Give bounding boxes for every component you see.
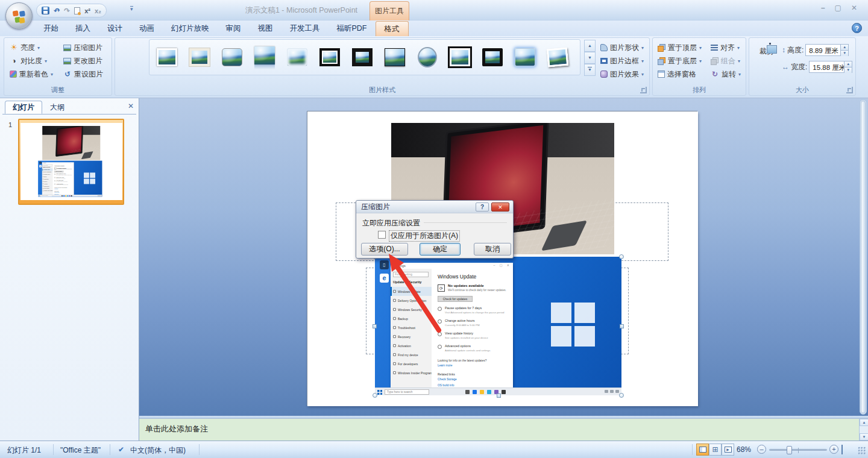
style-moderate-frame-black[interactable] [479, 42, 506, 72]
align-button[interactable]: 对齐▾ [709, 42, 741, 54]
style-reflected-rounded-rectangle[interactable] [251, 42, 278, 72]
ribbon-tab[interactable]: 开发工具 [281, 21, 329, 36]
close-button[interactable]: ✕ [851, 4, 857, 12]
width-input[interactable]: 15.88 厘米 ▲▼ [809, 61, 852, 73]
slideshow-button[interactable]: ▶ [722, 444, 734, 456]
panel-close-icon[interactable]: ✕ [128, 102, 134, 110]
style-rounded-rectangle[interactable] [218, 42, 246, 72]
gallery-scroll-down-button[interactable]: ▼ [584, 52, 596, 64]
style-simple-frame-white[interactable] [153, 42, 181, 72]
zoom-in-button[interactable]: + [829, 445, 838, 454]
gallery-scroll-up-button[interactable]: ▲ [584, 40, 596, 52]
rotate-button[interactable]: ↻旋转▾ [709, 68, 743, 80]
windows-screenshot-picture[interactable]: ▯ e Settings – ▢ ✕ Find a setting Update… [38, 161, 102, 197]
send-to-back-button[interactable]: 置于底层▾ [656, 55, 703, 67]
slide-thumbnail-content[interactable]: ▯ e Settings – ▢ ✕ Find a setting Update… [20, 123, 122, 200]
slide-indicator: 幻灯片 1/1 [7, 445, 41, 456]
windows-screenshot-picture[interactable]: ▯ e Settings – ▢ ✕ Find a setting Update… [375, 257, 621, 395]
subscript-icon: x₂ [95, 7, 101, 14]
explorer-icon [480, 390, 484, 394]
style-beveled-oval[interactable] [414, 42, 441, 72]
bring-to-front-button[interactable]: 置于顶层▾ [656, 42, 703, 54]
change-picture-button[interactable]: 更改图片 [61, 55, 104, 67]
width-stepper[interactable]: ▲▼ [844, 61, 852, 72]
height-stepper[interactable]: ▲▼ [840, 45, 848, 55]
tab-slides[interactable]: 幻灯片 [5, 101, 42, 114]
compress-pictures-button[interactable]: 压缩图片 [61, 42, 104, 54]
laptop-photo[interactable] [42, 126, 100, 160]
customize-qat-button[interactable]: ▾ [130, 6, 133, 12]
style-compound-frame-black[interactable] [446, 42, 474, 72]
notes-scroll-up-button[interactable]: ▲ [860, 419, 868, 426]
picture-effects-button[interactable]: 图片效果▾ [599, 68, 646, 80]
style-soft-edge-glow[interactable] [511, 42, 539, 72]
brightness-button[interactable]: ☀亮度▾ [8, 42, 42, 54]
dialog-title-bar[interactable]: 压缩图片 ? ✕ [356, 201, 513, 213]
style-thick-frame-black[interactable] [348, 42, 376, 72]
style-double-frame-black[interactable] [316, 42, 344, 72]
ribbon-tab[interactable]: 视图 [250, 21, 281, 36]
language-indicator[interactable]: 中文(简体，中国) [130, 445, 186, 456]
ribbon-tab[interactable]: 开始 [35, 21, 67, 36]
gallery-more-button[interactable]: ▼ [584, 64, 596, 76]
ribbon-tab[interactable]: 设计 [99, 21, 131, 36]
ok-button[interactable]: 确定 [420, 243, 461, 256]
zoom-level[interactable]: 68% [737, 445, 751, 454]
resize-grip[interactable] [858, 447, 866, 455]
redo-button[interactable]: ↷ [64, 7, 70, 15]
minimize-button[interactable]: – [821, 4, 825, 12]
style-simple-frame-black[interactable] [381, 42, 409, 72]
vertical-scrollbar[interactable] [860, 99, 867, 415]
ribbon-tab[interactable]: 幻灯片放映 [163, 21, 218, 36]
save-button[interactable] [42, 7, 49, 14]
theme-indicator[interactable]: "Office 主题" [60, 445, 101, 456]
subscript-button[interactable]: x₂ [95, 7, 101, 14]
group-button[interactable]: 组合▾ [709, 55, 742, 67]
recolor-button[interactable]: 重新着色▾ [8, 68, 55, 80]
apply-to-selected-checkbox[interactable] [378, 231, 386, 239]
zoom-slider-thumb[interactable] [787, 446, 792, 454]
ribbon-tab[interactable]: 插入 [67, 21, 99, 36]
height-input[interactable]: 8.89 厘米 ▲▼ [805, 44, 849, 56]
picture-shape-button[interactable]: 图片形状▾ [599, 42, 646, 54]
notes-pane[interactable]: 单击此处添加备注 ▲ ▼ [139, 418, 868, 441]
dialog-help-button[interactable]: ? [476, 202, 489, 212]
settings-window-controls: – ▢ ✕ [69, 163, 74, 164]
style-beveled-matte-white[interactable] [186, 42, 213, 72]
resize-handle-s[interactable] [497, 394, 501, 398]
resize-handle-ne[interactable] [619, 254, 624, 259]
resize-handle-w[interactable] [373, 324, 377, 328]
selection-pane-button[interactable]: 选择窗格 [656, 68, 698, 80]
undo-button[interactable]: ↶▾ [54, 7, 60, 15]
cancel-button[interactable]: 取消 [474, 243, 511, 256]
dialog-close-button[interactable]: ✕ [491, 202, 509, 212]
zoom-out-button[interactable]: – [757, 445, 766, 454]
print-preview-button[interactable] [74, 7, 80, 14]
resize-handle-e[interactable] [620, 324, 624, 328]
ribbon-tab[interactable]: 审阅 [218, 21, 250, 36]
superscript-button[interactable]: x² [84, 7, 90, 14]
maximize-button[interactable]: ▢ [835, 4, 841, 12]
notes-scroll-down-button[interactable]: ▼ [860, 433, 868, 441]
help-button[interactable]: ? [852, 23, 862, 33]
resize-handle-sw[interactable] [373, 393, 377, 398]
notes-scrollbar[interactable]: ▲ ▼ [859, 419, 868, 441]
vertical-scrollbar-thumb[interactable] [861, 101, 866, 413]
slide-sorter-button[interactable]: ⊞ [709, 444, 722, 456]
zoom-slider-track[interactable] [769, 449, 827, 451]
ribbon-tab[interactable]: 格式 [376, 21, 409, 36]
office-button[interactable] [5, 2, 33, 30]
ribbon-tab[interactable]: 动画 [131, 21, 163, 36]
contrast-button[interactable]: ◑对比度▾ [8, 55, 49, 67]
ribbon-tab[interactable]: 福昕PDF [329, 21, 376, 36]
style-rotated-white[interactable] [544, 42, 571, 72]
normal-view-button[interactable] [696, 444, 709, 456]
options-button[interactable]: 选项(O)... [361, 243, 408, 256]
reset-picture-button[interactable]: ↺重设图片 [61, 68, 105, 80]
resize-handle-se[interactable] [619, 393, 624, 398]
fit-to-window-button[interactable] [841, 445, 843, 454]
tab-outline[interactable]: 大纲 [42, 101, 72, 114]
crop-button[interactable]: 裁剪 [754, 43, 779, 78]
style-soft-edge-rectangle[interactable] [283, 42, 311, 72]
picture-border-button[interactable]: 图片边框▾ [599, 55, 646, 67]
